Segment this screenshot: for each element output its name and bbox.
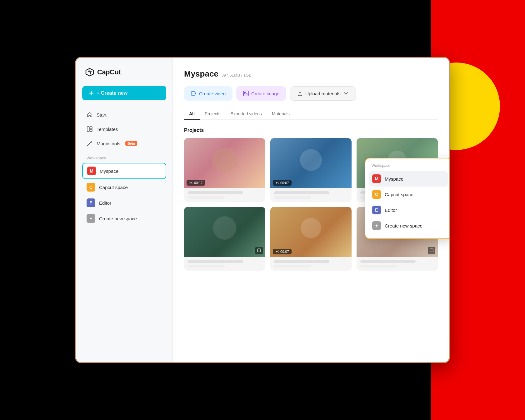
workspace-myspace-label: Myspace xyxy=(100,168,118,174)
workspace-section-label: Workspace xyxy=(82,151,166,163)
popup-avatar-create: + xyxy=(372,221,381,230)
popup-create-space-label: Create new space xyxy=(385,223,422,228)
project-badge-4 xyxy=(255,247,263,254)
popup-avatar-capcut: C xyxy=(372,190,381,199)
plus-icon xyxy=(88,90,94,96)
popup-item-myspace[interactable]: M Myspace xyxy=(369,171,448,187)
project-card-2[interactable]: 00:07 xyxy=(270,138,352,202)
popup-workspace-label: Workspace xyxy=(369,163,448,171)
tab-all[interactable]: All xyxy=(184,108,200,120)
project-info-2 xyxy=(270,188,352,202)
svg-rect-4 xyxy=(191,92,195,95)
svg-point-6 xyxy=(244,92,246,93)
svg-rect-0 xyxy=(87,127,89,132)
magic-icon xyxy=(87,140,93,147)
logo-text: CapCut xyxy=(97,68,121,76)
workspace-item-editor[interactable]: E Editor xyxy=(82,195,166,210)
upload-materials-label: Upload materials xyxy=(305,91,341,96)
popup-item-capcut-space[interactable]: C Capcut space xyxy=(369,187,448,202)
svg-rect-2 xyxy=(90,129,92,132)
svg-rect-1 xyxy=(90,127,92,129)
logo: CapCut xyxy=(82,67,166,77)
project-card-1[interactable]: 00:17 xyxy=(184,138,265,202)
workspace-item-create-new-space[interactable]: + Create new space xyxy=(82,211,166,226)
avatar-editor: E xyxy=(87,198,95,207)
project-name-bar-1 xyxy=(188,191,243,194)
scissors-icon-5 xyxy=(275,250,279,253)
workspace-create-space-label: Create new space xyxy=(99,216,137,221)
popup-avatar-editor: E xyxy=(372,206,381,214)
tab-projects[interactable]: Projects xyxy=(200,108,226,120)
tab-materials[interactable]: Materials xyxy=(267,108,295,120)
nav-start-label: Start xyxy=(97,112,107,118)
svg-rect-9 xyxy=(430,249,433,252)
create-image-label: Create image xyxy=(251,91,279,96)
page-title: Myspace xyxy=(184,69,218,79)
create-new-button[interactable]: + Create new xyxy=(82,86,166,100)
project-thumb-5: 00:07 xyxy=(270,207,352,257)
project-duration-2: 00:07 xyxy=(273,180,292,186)
project-info-6 xyxy=(357,257,438,271)
create-video-icon xyxy=(191,91,197,96)
scissors-icon-2 xyxy=(275,181,279,185)
tabs-bar: All Projects Exported videos Materials xyxy=(184,108,438,120)
svg-line-3 xyxy=(88,143,90,146)
capcut-logo-icon xyxy=(85,67,95,77)
main-window: CapCut + Create new Start Templates xyxy=(75,57,450,363)
workspace-editor-label: Editor xyxy=(99,200,111,206)
tab-exported-videos[interactable]: Exported videos xyxy=(225,108,267,120)
workspace-capcut-label: Capcut space xyxy=(99,185,128,190)
project-meta-bar-6 xyxy=(360,265,397,268)
project-duration-5: 00:07 xyxy=(273,249,292,254)
sidebar-item-templates[interactable]: Templates xyxy=(82,122,166,136)
project-thumb-1: 00:17 xyxy=(184,138,265,188)
chevron-down-icon xyxy=(343,91,349,96)
project-meta-bar-4 xyxy=(188,265,225,268)
upload-materials-button[interactable]: Upload materials xyxy=(290,86,356,101)
expand-icon-6 xyxy=(430,248,433,252)
create-new-label: + Create new xyxy=(97,90,128,96)
workspace-item-capcut-space[interactable]: C Capcut space xyxy=(82,180,166,195)
popup-item-create-new-space[interactable]: + Create new space xyxy=(369,218,448,233)
create-image-icon xyxy=(243,91,249,96)
project-name-bar-2 xyxy=(274,191,329,194)
project-info-1 xyxy=(184,188,265,202)
sidebar-item-start[interactable]: Start xyxy=(82,108,166,122)
workspace-popup: Workspace M Myspace C Capcut space E Edi… xyxy=(365,158,449,239)
beta-badge: Beta xyxy=(125,141,137,146)
avatar-myspace: M xyxy=(87,167,96,175)
workspace-item-myspace[interactable]: M Myspace xyxy=(82,163,166,179)
popup-avatar-myspace: M xyxy=(372,174,381,183)
popup-item-editor[interactable]: E Editor xyxy=(369,202,448,218)
upload-icon xyxy=(297,91,303,96)
svg-rect-8 xyxy=(258,249,261,252)
nav-templates-label: Templates xyxy=(97,127,118,132)
popup-editor-label: Editor xyxy=(385,208,397,213)
project-name-bar-6 xyxy=(360,260,416,263)
project-thumb-2: 00:07 xyxy=(270,138,352,188)
project-meta-bar-1 xyxy=(188,196,225,199)
sidebar: CapCut + Create new Start Templates xyxy=(76,58,173,362)
create-video-button[interactable]: Create video xyxy=(184,86,232,101)
scissors-icon-1 xyxy=(189,181,193,185)
popup-capcut-label: Capcut space xyxy=(385,192,413,197)
project-card-4[interactable] xyxy=(184,207,265,271)
project-meta-bar-2 xyxy=(274,196,311,199)
create-image-button[interactable]: Create image xyxy=(236,86,286,101)
nav-magic-tools-label: Magic tools xyxy=(97,141,120,146)
create-video-label: Create video xyxy=(199,91,226,96)
project-badge-6 xyxy=(428,247,435,254)
avatar-create-space: + xyxy=(87,214,95,223)
project-info-4 xyxy=(184,257,265,271)
project-name-bar-5 xyxy=(274,260,329,263)
svg-rect-5 xyxy=(243,91,248,96)
project-card-5[interactable]: 00:07 xyxy=(270,207,352,271)
sidebar-item-magic-tools[interactable]: Magic tools Beta xyxy=(82,137,166,150)
project-meta-bar-5 xyxy=(274,265,311,268)
project-name-bar-4 xyxy=(188,260,243,263)
avatar-capcut-space: C xyxy=(87,183,95,192)
project-info-5 xyxy=(270,257,352,271)
expand-icon-4 xyxy=(257,248,261,252)
page-subtitle: 397.61MB / 1GB xyxy=(222,73,252,78)
home-icon xyxy=(87,112,93,118)
